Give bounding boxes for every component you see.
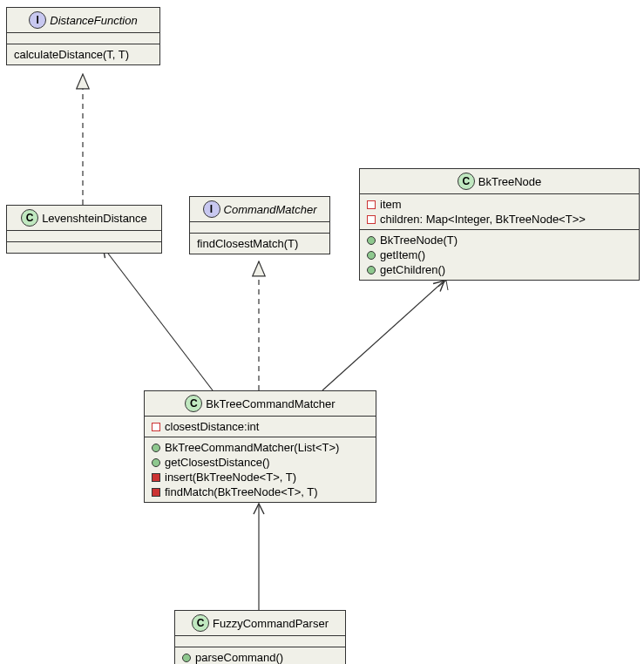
class-bktree-node: C BkTreeNode item children: Map<Integer,… xyxy=(359,168,640,281)
class-icon: C xyxy=(21,209,38,227)
method-row: getChildren() xyxy=(367,262,632,277)
methods-section: BkTreeNode(T) getItem() getChildren() xyxy=(360,230,639,280)
methods-section: findClosestMatch(T) xyxy=(190,234,329,254)
methods-section: calculateDistance(T, T) xyxy=(7,44,159,64)
class-header: I DistanceFunction xyxy=(7,8,159,33)
attribute-text: children: Map<Integer, BkTreeNode<T>> xyxy=(380,213,586,226)
class-header: I CommandMatcher xyxy=(190,197,329,222)
visibility-public-icon xyxy=(367,251,376,260)
class-name: LevenshteinDistance xyxy=(42,212,147,225)
method-row: getClosestDistance() xyxy=(152,455,369,470)
class-name: BkTreeCommandMatcher xyxy=(206,397,335,410)
method-row: findClosestMatch(T) xyxy=(197,236,322,251)
class-header: C LevenshteinDistance xyxy=(7,206,161,231)
attribute-row: item xyxy=(367,197,632,212)
attributes-section: item children: Map<Integer, BkTreeNode<T… xyxy=(360,194,639,230)
method-row: parseCommand() xyxy=(182,650,338,664)
class-fuzzy-command-parser: C FuzzyCommandParser parseCommand() xyxy=(174,610,346,664)
methods-section: BkTreeCommandMatcher(List<T>) getClosest… xyxy=(145,437,376,502)
visibility-private-icon xyxy=(152,473,160,482)
interface-icon: I xyxy=(29,11,46,29)
attribute-text: closestDistance:int xyxy=(165,420,259,433)
method-row: BkTreeNode(T) xyxy=(367,233,632,247)
svg-line-3 xyxy=(322,281,444,390)
method-text: insert(BkTreeNode<T>, T) xyxy=(165,471,296,484)
method-row: calculateDistance(T, T) xyxy=(14,47,153,62)
method-text: parseCommand() xyxy=(195,651,283,664)
method-row: BkTreeCommandMatcher(List<T>) xyxy=(152,440,369,455)
svg-line-2 xyxy=(103,247,213,390)
method-text: BkTreeCommandMatcher(List<T>) xyxy=(165,441,339,454)
visibility-public-icon xyxy=(367,266,376,274)
class-name: DistanceFunction xyxy=(50,14,137,27)
class-distance-function: I DistanceFunction calculateDistance(T, … xyxy=(6,7,160,65)
method-text: BkTreeNode(T) xyxy=(380,234,458,247)
attributes-section xyxy=(175,636,345,647)
class-name: FuzzyCommandParser xyxy=(213,617,329,630)
interface-icon: I xyxy=(203,200,220,218)
visibility-private-icon xyxy=(367,215,376,224)
method-row: getItem() xyxy=(367,247,632,262)
class-name: CommandMatcher xyxy=(224,203,317,216)
class-icon: C xyxy=(192,614,209,632)
method-text: findMatch(BkTreeNode<T>, T) xyxy=(165,485,318,498)
attribute-row: closestDistance:int xyxy=(152,419,369,434)
class-header: C BkTreeCommandMatcher xyxy=(145,391,376,417)
attributes-section xyxy=(7,33,159,44)
method-row: insert(BkTreeNode<T>, T) xyxy=(152,470,369,484)
attribute-row: children: Map<Integer, BkTreeNode<T>> xyxy=(367,212,632,227)
attributes-section xyxy=(7,231,161,242)
visibility-private-icon xyxy=(152,488,160,497)
uml-connectors xyxy=(0,0,644,664)
class-bktree-command-matcher: C BkTreeCommandMatcher closestDistance:i… xyxy=(144,390,376,503)
attributes-section: closestDistance:int xyxy=(145,417,376,437)
methods-section xyxy=(7,242,161,253)
visibility-public-icon xyxy=(152,444,160,452)
class-icon: C xyxy=(458,173,475,190)
visibility-public-icon xyxy=(182,654,191,662)
method-text: findClosestMatch(T) xyxy=(197,237,298,250)
class-header: C FuzzyCommandParser xyxy=(175,611,345,636)
class-command-matcher: I CommandMatcher findClosestMatch(T) xyxy=(189,196,330,254)
class-header: C BkTreeNode xyxy=(360,169,639,194)
method-text: getItem() xyxy=(380,248,425,261)
attribute-text: item xyxy=(380,198,402,211)
visibility-public-icon xyxy=(152,458,160,467)
methods-section: parseCommand() xyxy=(175,647,345,664)
visibility-private-icon xyxy=(367,200,376,209)
class-levenshtein-distance: C LevenshteinDistance xyxy=(6,205,162,254)
method-row: findMatch(BkTreeNode<T>, T) xyxy=(152,484,369,499)
class-icon: C xyxy=(185,395,202,412)
attributes-section xyxy=(190,222,329,234)
method-text: getClosestDistance() xyxy=(165,456,270,469)
method-text: calculateDistance(T, T) xyxy=(14,48,129,61)
visibility-public-icon xyxy=(367,236,376,245)
class-name: BkTreeNode xyxy=(478,175,542,188)
visibility-private-icon xyxy=(152,423,160,431)
method-text: getChildren() xyxy=(380,263,445,276)
